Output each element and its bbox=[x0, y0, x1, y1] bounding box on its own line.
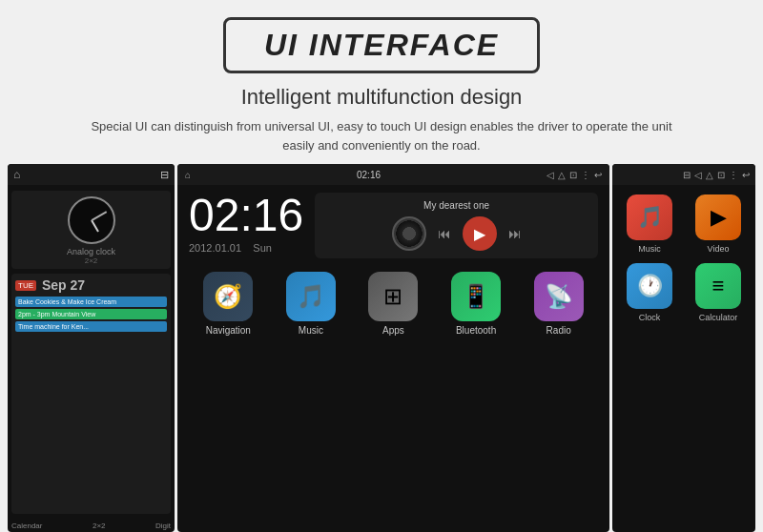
title-box: UI INTERFACE bbox=[223, 17, 540, 73]
cal-events: Bake Cookies & Make Ice Cream 2pm - 3pm … bbox=[15, 297, 167, 332]
next-button[interactable]: ⏭ bbox=[508, 226, 522, 241]
screens-container: ⌂ ⊟ Analog clock 2×2 TUE Sep 27 Bake Coo… bbox=[0, 164, 763, 532]
left-bottom-label-2: 2×2 bbox=[93, 522, 106, 530]
left-content: Analog clock 2×2 TUE Sep 27 Bake Cookies… bbox=[8, 185, 175, 520]
app-apps[interactable]: ⊞ Apps bbox=[354, 272, 433, 336]
radio-icon: 📡 bbox=[534, 272, 584, 321]
description: Special UI can distinguish from universa… bbox=[76, 117, 687, 154]
right-topbar: ⊟ ◁ △ ⊡ ⋮ ↩ bbox=[612, 164, 755, 185]
cal-event-3: Time machine for Ken... bbox=[15, 321, 167, 332]
apps-icon: ⊞ bbox=[368, 272, 418, 321]
mid-apps-row: 🧭 Navigation 🎵 Music ⊞ Apps 📱 Bluetooth … bbox=[189, 266, 598, 339]
mid-icon-1: ◁ bbox=[546, 170, 554, 180]
calendar-widget[interactable]: TUE Sep 27 Bake Cookies & Make Ice Cream… bbox=[11, 274, 171, 514]
right-app-calc[interactable]: ≡ Calculator bbox=[689, 263, 748, 322]
subtitle: Intelligent multifunction design bbox=[241, 85, 523, 110]
big-clock: 02:16 bbox=[189, 193, 303, 238]
right-video-label: Video bbox=[708, 244, 730, 254]
right-content: 🎵 Music ▶ Video 🕐 Clock ≡ Calculator bbox=[612, 185, 755, 532]
play-button[interactable]: ▶ bbox=[463, 216, 497, 251]
date-row: 2012.01.01 Sun bbox=[189, 242, 303, 254]
left-bottom-labels: Calendar 2×2 Digit bbox=[8, 520, 175, 532]
mid-icon-2: △ bbox=[558, 170, 566, 180]
left-bottom-label-1: Calendar bbox=[11, 522, 42, 530]
prev-button[interactable]: ⏮ bbox=[438, 226, 451, 241]
bt-label: Bluetooth bbox=[456, 325, 496, 336]
nav-icon: 🧭 bbox=[203, 272, 253, 321]
r-icon-3: △ bbox=[706, 170, 713, 180]
mid-top-row: 02:16 2012.01.01 Sun My dearest one ⏮ ▶ … bbox=[189, 193, 598, 258]
mid-topbar: ⌂ 02:16 ◁ △ ⊡ ⋮ ↩ bbox=[177, 164, 609, 185]
left-bottom-label-3: Digit bbox=[155, 522, 171, 530]
player-controls: ⏮ ▶ ⏭ bbox=[392, 216, 522, 251]
right-app-music[interactable]: 🎵 Music bbox=[620, 194, 679, 254]
vinyl-record bbox=[392, 216, 426, 251]
clock-label: Analog clock bbox=[67, 247, 115, 256]
minute-hand bbox=[91, 211, 106, 220]
cal-date-header: TUE Sep 27 bbox=[15, 277, 167, 293]
right-music-icon: 🎵 bbox=[627, 194, 672, 240]
mid-icon-3: ⊡ bbox=[569, 170, 577, 180]
right-video-icon: ▶ bbox=[695, 194, 741, 240]
apps-label: Apps bbox=[382, 325, 404, 336]
app-bt[interactable]: 📱 Bluetooth bbox=[437, 272, 516, 336]
r-back-icon[interactable]: ↩ bbox=[742, 170, 750, 180]
right-app-video[interactable]: ▶ Video bbox=[689, 194, 748, 254]
right-app-clock[interactable]: 🕐 Clock bbox=[620, 263, 679, 322]
date-text: 2012.01.01 bbox=[189, 242, 241, 254]
home-icon[interactable]: ⌂ bbox=[13, 168, 20, 181]
right-apps-grid: 🎵 Music ▶ Video 🕐 Clock ≡ Calculator bbox=[620, 194, 748, 322]
left-topbar: ⌂ ⊟ bbox=[8, 164, 175, 185]
mid-menu-icon[interactable]: ⋮ bbox=[581, 170, 590, 180]
music-label: Music bbox=[299, 325, 323, 336]
right-calc-icon: ≡ bbox=[695, 263, 741, 309]
song-title: My dearest one bbox=[423, 200, 489, 211]
header-section: UI INTERFACE Intelligent multifunction d… bbox=[0, 0, 763, 164]
left-topbar-icon: ⊟ bbox=[160, 169, 169, 181]
app-radio[interactable]: 📡 Radio bbox=[519, 272, 598, 336]
screen-left: ⌂ ⊟ Analog clock 2×2 TUE Sep 27 Bake Coo… bbox=[8, 164, 175, 532]
r-icon-2: ◁ bbox=[694, 170, 702, 180]
time-date-group: 02:16 2012.01.01 Sun bbox=[189, 193, 303, 254]
screen-right: ⊟ ◁ △ ⊡ ⋮ ↩ 🎵 Music ▶ Video 🕐 Clock bbox=[612, 164, 755, 532]
r-icon-4: ⊡ bbox=[717, 170, 725, 180]
clock-badge: 2×2 bbox=[85, 256, 98, 265]
day-text: Sun bbox=[253, 242, 272, 254]
music-player: My dearest one ⏮ ▶ ⏭ bbox=[315, 193, 598, 258]
mid-topbar-right: ◁ △ ⊡ ⋮ ↩ bbox=[546, 170, 602, 180]
app-music[interactable]: 🎵 Music bbox=[272, 272, 351, 336]
r-menu-icon[interactable]: ⋮ bbox=[729, 170, 738, 180]
analog-clock bbox=[68, 196, 115, 244]
right-clock-label: Clock bbox=[639, 313, 661, 322]
cal-event-1: Bake Cookies & Make Ice Cream bbox=[15, 297, 167, 307]
right-music-label: Music bbox=[638, 244, 661, 254]
music-icon: 🎵 bbox=[286, 272, 336, 321]
screen-middle: ⌂ 02:16 ◁ △ ⊡ ⋮ ↩ 02:16 2012.01.01 Sun bbox=[177, 164, 609, 532]
nav-label: Navigation bbox=[206, 325, 251, 336]
mid-back-icon[interactable]: ↩ bbox=[594, 170, 602, 180]
right-calc-label: Calculator bbox=[699, 313, 738, 322]
page-title: UI INTERFACE bbox=[264, 28, 499, 62]
cal-day-badge: TUE bbox=[15, 280, 36, 291]
mid-home-icon[interactable]: ⌂ bbox=[185, 170, 191, 180]
right-clock-icon: 🕐 bbox=[627, 263, 672, 309]
cal-event-2: 2pm - 3pm Mountain View bbox=[15, 309, 167, 319]
radio-label: Radio bbox=[546, 325, 571, 336]
mid-topbar-time: 02:16 bbox=[357, 170, 381, 180]
hour-hand bbox=[91, 220, 99, 233]
mid-topbar-left: ⌂ bbox=[185, 170, 191, 180]
cal-date: Sep 27 bbox=[42, 277, 85, 293]
clock-widget[interactable]: Analog clock 2×2 bbox=[11, 191, 171, 269]
mid-content: 02:16 2012.01.01 Sun My dearest one ⏮ ▶ … bbox=[177, 185, 609, 532]
bt-icon: 📱 bbox=[451, 272, 501, 321]
app-nav[interactable]: 🧭 Navigation bbox=[189, 272, 268, 336]
r-icon-1: ⊟ bbox=[683, 170, 691, 180]
